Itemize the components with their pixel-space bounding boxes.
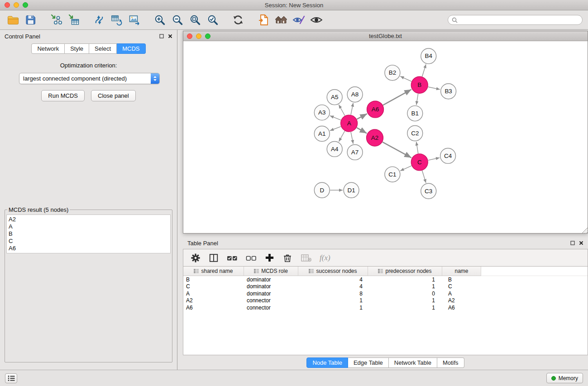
graph-node-A1[interactable]: A1 (314, 126, 330, 142)
graph-node-B[interactable]: B (411, 76, 428, 93)
delete-table-button[interactable] (301, 253, 311, 262)
new-table-button[interactable] (109, 12, 124, 28)
tab-motifs[interactable]: Motifs (437, 357, 464, 368)
column-header-shared-name[interactable]: shared name (183, 267, 244, 276)
run-mcds-button[interactable]: Run MCDS (41, 90, 85, 101)
export-image-button[interactable] (127, 12, 142, 28)
table-settings-button[interactable] (191, 253, 201, 263)
tab-select[interactable]: Select (89, 43, 117, 54)
close-window-button[interactable] (5, 2, 10, 8)
mcds-result-list[interactable]: A2ABCA6 (6, 214, 171, 253)
zoom-network-window-button[interactable] (205, 33, 210, 39)
graph-edge-A-A5[interactable] (339, 105, 344, 115)
tab-style[interactable]: Style (65, 43, 89, 54)
home-button[interactable] (273, 12, 289, 28)
graph-edge-A-A3[interactable] (330, 116, 341, 120)
column-header-name[interactable]: name (442, 267, 481, 276)
delete-column-button[interactable] (282, 253, 292, 263)
graph-node-C3[interactable]: C3 (421, 183, 436, 199)
zoom-out-button[interactable] (170, 12, 185, 28)
graph-edge-A-A4[interactable] (339, 131, 344, 142)
tab-network[interactable]: Network (31, 43, 65, 54)
graph-edge-C-C4[interactable] (428, 157, 440, 160)
graph-edge-A-A1[interactable] (330, 127, 341, 131)
graph-edge-A-A7[interactable] (351, 132, 353, 144)
mcds-result-item[interactable]: C (9, 238, 168, 245)
graph-node-C1[interactable]: C1 (385, 167, 400, 182)
graph-node-A6[interactable]: A6 (367, 101, 384, 118)
graph-edge-A-A8[interactable] (351, 103, 353, 114)
column-header-mcds-role[interactable]: MCDS role (244, 267, 298, 276)
zoom-window-button[interactable] (23, 2, 28, 8)
graph-node-B3[interactable]: B3 (441, 84, 456, 99)
refresh-button[interactable] (230, 12, 246, 28)
graph-node-A[interactable]: A (341, 115, 358, 132)
minimize-window-button[interactable] (14, 2, 19, 8)
close-panel-button[interactable] (168, 34, 172, 38)
close-panel-button-secondary[interactable]: Close panel (91, 90, 136, 101)
tab-edge-table[interactable]: Edge Table (348, 357, 389, 368)
graph-node-A4[interactable]: A4 (327, 141, 342, 157)
graph-edge-A6-B[interactable] (383, 90, 411, 105)
graph-edge-B-B2[interactable] (400, 76, 411, 81)
table-row[interactable]: A6connector11A6 (183, 304, 588, 311)
graph-node-C4[interactable]: C4 (440, 148, 456, 163)
zoom-selected-button[interactable] (205, 12, 220, 28)
table-row[interactable]: Adominator80A (183, 290, 588, 297)
minimize-network-window-button[interactable] (196, 33, 201, 39)
mcds-result-item[interactable]: B (9, 230, 168, 238)
new-network-button[interactable] (91, 12, 107, 28)
graph-node-A7[interactable]: A7 (347, 144, 363, 160)
search-input[interactable] (460, 17, 578, 23)
memory-button[interactable]: Memory (546, 373, 583, 383)
graph-node-A5[interactable]: A5 (327, 90, 342, 105)
graph-node-A8[interactable]: A8 (347, 87, 363, 102)
graph-edge-B-B1[interactable] (416, 94, 418, 105)
graph-edge-C-C3[interactable] (422, 171, 426, 183)
graph-edge-A-A6[interactable] (357, 114, 367, 119)
graph-edge-C-C1[interactable] (400, 166, 411, 171)
save-session-button[interactable] (23, 12, 38, 28)
task-history-button[interactable] (5, 373, 17, 383)
column-header-successor-nodes[interactable]: successor nodes (298, 267, 368, 276)
mcds-result-item[interactable]: A (9, 223, 168, 230)
table-row[interactable]: Bdominator41B (183, 276, 588, 283)
mcds-result-item[interactable]: A2 (9, 216, 168, 223)
graph-node-B2[interactable]: B2 (385, 65, 400, 81)
graph-node-B1[interactable]: B1 (407, 106, 423, 121)
tab-mcds[interactable]: MCDS (117, 43, 145, 54)
graph-node-D[interactable]: D (314, 182, 330, 198)
tab-node-table[interactable]: Node Table (306, 357, 348, 368)
network-canvas[interactable]: AA6A2BCA1A3A4A5A7A8B1B2B3B4C1C2C3C4DD1 (183, 41, 588, 233)
graph-node-A3[interactable]: A3 (314, 105, 330, 120)
graph-edge-A2-C[interactable] (382, 142, 411, 158)
graph-edge-B-B3[interactable] (428, 87, 440, 90)
open-session-button[interactable] (5, 12, 21, 28)
table-row[interactable]: A2connector11A2 (183, 297, 588, 305)
table-row[interactable]: Cdominator41C (183, 283, 588, 291)
optimization-criterion-select[interactable]: largest connected component (directed) (19, 73, 160, 84)
graph-node-C[interactable]: C (411, 154, 428, 171)
show-hide-button[interactable] (309, 12, 324, 28)
graph-edge-A-A2[interactable] (357, 128, 367, 133)
graph-edge-B-B4[interactable] (422, 64, 426, 76)
deselect-all-button[interactable] (246, 253, 257, 263)
open-document-button[interactable] (256, 12, 271, 28)
graph-node-C2[interactable]: C2 (407, 126, 423, 141)
function-builder-button[interactable]: f(x) (320, 253, 330, 262)
style-preview-button[interactable] (291, 12, 306, 28)
mcds-result-item[interactable]: A6 (9, 245, 168, 252)
resize-grip[interactable] (582, 227, 588, 233)
select-all-button[interactable] (227, 253, 238, 263)
zoom-in-button[interactable] (152, 12, 167, 28)
column-header-predecessor-nodes[interactable]: predecessor nodes (368, 267, 442, 276)
add-column-button[interactable] (265, 253, 274, 262)
graph-node-D1[interactable]: D1 (344, 182, 359, 198)
graph-node-A2[interactable]: A2 (367, 129, 383, 146)
float-table-panel-button[interactable] (570, 241, 575, 245)
show-columns-button[interactable] (209, 253, 219, 263)
close-table-panel-button[interactable] (579, 241, 583, 245)
graph-node-B4[interactable]: B4 (421, 48, 436, 64)
graph-edge-C-C2[interactable] (416, 142, 418, 153)
search-field[interactable] (448, 15, 583, 25)
